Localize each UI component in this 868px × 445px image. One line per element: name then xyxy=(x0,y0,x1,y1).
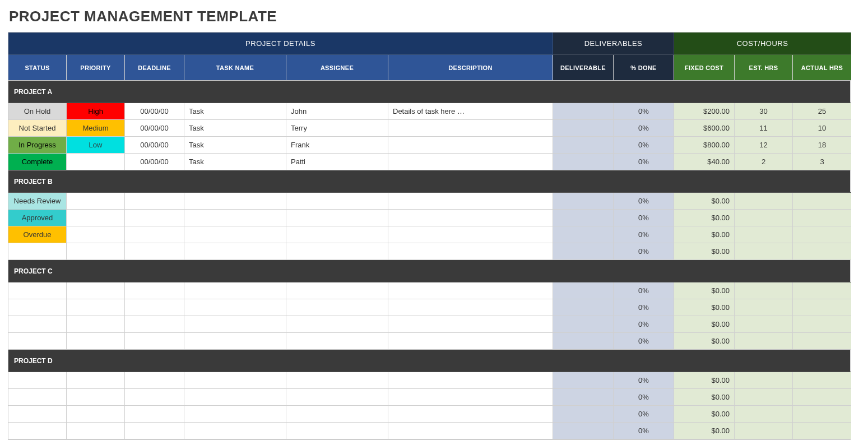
cell-actual-hrs[interactable] xyxy=(793,316,851,333)
cell-deadline[interactable] xyxy=(125,210,184,226)
cell-status[interactable]: Not Started xyxy=(8,120,67,137)
cell-est-hrs[interactable] xyxy=(735,372,793,389)
cell-description[interactable] xyxy=(388,423,553,439)
cell-est-hrs[interactable]: 2 xyxy=(735,154,793,170)
cell-done[interactable]: 0% xyxy=(614,154,674,170)
cell-task[interactable]: Task xyxy=(184,120,286,137)
cell-actual-hrs[interactable] xyxy=(793,210,851,226)
cell-deadline[interactable] xyxy=(125,226,184,243)
cell-done[interactable]: 0% xyxy=(614,226,674,243)
cell-assignee[interactable]: Terry xyxy=(286,120,388,137)
cell-description[interactable] xyxy=(388,282,553,299)
cell-deliverable[interactable] xyxy=(553,137,614,154)
cell-assignee[interactable]: Patti xyxy=(286,154,388,170)
cell-deadline[interactable] xyxy=(125,406,184,423)
cell-deadline[interactable] xyxy=(125,282,184,299)
cell-deliverable[interactable] xyxy=(553,372,614,389)
cell-description[interactable] xyxy=(388,389,553,406)
cell-status[interactable] xyxy=(8,282,67,299)
cell-deadline[interactable] xyxy=(125,193,184,210)
cell-priority[interactable] xyxy=(67,299,125,316)
cell-fixed-cost[interactable]: $0.00 xyxy=(674,316,735,333)
cell-deadline[interactable]: 00/00/00 xyxy=(125,137,184,154)
cell-status[interactable] xyxy=(8,389,67,406)
cell-deadline[interactable]: 00/00/00 xyxy=(125,120,184,137)
cell-deadline[interactable] xyxy=(125,243,184,260)
cell-fixed-cost[interactable]: $800.00 xyxy=(674,137,735,154)
cell-deliverable[interactable] xyxy=(553,389,614,406)
cell-status[interactable]: Needs Review xyxy=(8,193,67,210)
cell-task[interactable] xyxy=(184,406,286,423)
cell-task[interactable] xyxy=(184,372,286,389)
cell-deliverable[interactable] xyxy=(553,154,614,170)
cell-deliverable[interactable] xyxy=(553,103,614,120)
cell-task[interactable] xyxy=(184,282,286,299)
cell-fixed-cost[interactable]: $600.00 xyxy=(674,120,735,137)
cell-done[interactable]: 0% xyxy=(614,389,674,406)
cell-done[interactable]: 0% xyxy=(614,333,674,350)
cell-priority[interactable] xyxy=(67,154,125,170)
cell-actual-hrs[interactable] xyxy=(793,299,851,316)
cell-status[interactable]: In Progress xyxy=(8,137,67,154)
cell-done[interactable]: 0% xyxy=(614,193,674,210)
cell-assignee[interactable] xyxy=(286,299,388,316)
cell-assignee[interactable]: Frank xyxy=(286,137,388,154)
cell-description[interactable] xyxy=(388,154,553,170)
cell-actual-hrs[interactable] xyxy=(793,243,851,260)
cell-task[interactable] xyxy=(184,423,286,439)
cell-task[interactable] xyxy=(184,226,286,243)
cell-deadline[interactable] xyxy=(125,299,184,316)
cell-description[interactable]: Details of task here … xyxy=(388,103,553,120)
cell-priority[interactable] xyxy=(67,316,125,333)
cell-fixed-cost[interactable]: $0.00 xyxy=(674,243,735,260)
cell-est-hrs[interactable] xyxy=(735,193,793,210)
cell-done[interactable]: 0% xyxy=(614,316,674,333)
cell-assignee[interactable]: John xyxy=(286,103,388,120)
cell-assignee[interactable] xyxy=(286,372,388,389)
cell-assignee[interactable] xyxy=(286,193,388,210)
cell-fixed-cost[interactable]: $0.00 xyxy=(674,333,735,350)
cell-status[interactable]: Complete xyxy=(8,154,67,170)
cell-priority[interactable] xyxy=(67,423,125,439)
cell-est-hrs[interactable] xyxy=(735,299,793,316)
cell-deadline[interactable] xyxy=(125,423,184,439)
cell-est-hrs[interactable]: 30 xyxy=(735,103,793,120)
cell-deadline[interactable] xyxy=(125,316,184,333)
cell-priority[interactable] xyxy=(67,389,125,406)
cell-description[interactable] xyxy=(388,372,553,389)
cell-deliverable[interactable] xyxy=(553,333,614,350)
cell-priority[interactable]: High xyxy=(67,103,125,120)
cell-fixed-cost[interactable]: $0.00 xyxy=(674,210,735,226)
cell-status[interactable] xyxy=(8,316,67,333)
cell-task[interactable] xyxy=(184,389,286,406)
cell-actual-hrs[interactable] xyxy=(793,193,851,210)
cell-actual-hrs[interactable] xyxy=(793,226,851,243)
cell-description[interactable] xyxy=(388,406,553,423)
cell-status[interactable]: On Hold xyxy=(8,103,67,120)
cell-done[interactable]: 0% xyxy=(614,372,674,389)
cell-fixed-cost[interactable]: $0.00 xyxy=(674,299,735,316)
cell-fixed-cost[interactable]: $40.00 xyxy=(674,154,735,170)
cell-done[interactable]: 0% xyxy=(614,210,674,226)
cell-actual-hrs[interactable]: 18 xyxy=(793,137,851,154)
cell-actual-hrs[interactable]: 3 xyxy=(793,154,851,170)
cell-est-hrs[interactable] xyxy=(735,243,793,260)
cell-deadline[interactable]: 00/00/00 xyxy=(125,103,184,120)
cell-done[interactable]: 0% xyxy=(614,120,674,137)
cell-deliverable[interactable] xyxy=(553,282,614,299)
cell-assignee[interactable] xyxy=(286,226,388,243)
cell-deadline[interactable] xyxy=(125,389,184,406)
cell-fixed-cost[interactable]: $0.00 xyxy=(674,193,735,210)
cell-est-hrs[interactable] xyxy=(735,333,793,350)
cell-status[interactable] xyxy=(8,406,67,423)
cell-status[interactable]: Overdue xyxy=(8,226,67,243)
cell-fixed-cost[interactable]: $200.00 xyxy=(674,103,735,120)
cell-deliverable[interactable] xyxy=(553,193,614,210)
cell-deliverable[interactable] xyxy=(553,210,614,226)
cell-description[interactable] xyxy=(388,226,553,243)
cell-task[interactable] xyxy=(184,316,286,333)
cell-description[interactable] xyxy=(388,210,553,226)
cell-status[interactable] xyxy=(8,299,67,316)
cell-done[interactable]: 0% xyxy=(614,406,674,423)
cell-deliverable[interactable] xyxy=(553,316,614,333)
